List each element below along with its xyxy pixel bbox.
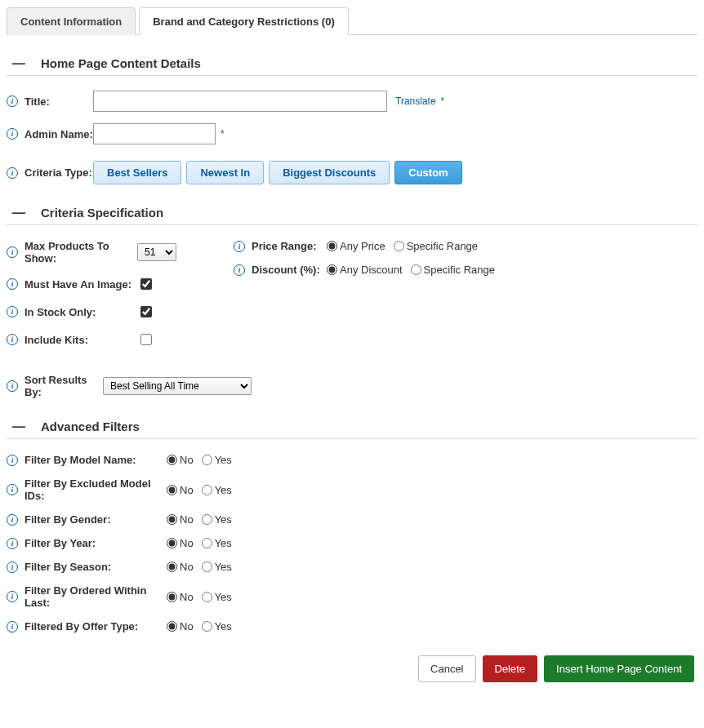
sort-by-select[interactable]: Best Selling All Time [103, 377, 252, 395]
criteria-type-group: Best Sellers Newest In Biggest Discounts… [93, 161, 462, 184]
label-sort-by: Sort Results By: [25, 374, 103, 398]
cancel-button[interactable]: Cancel [418, 655, 475, 682]
required-indicator: * [441, 95, 445, 107]
insert-button[interactable]: Insert Home Page Content [544, 655, 694, 682]
criteria-newest-in[interactable]: Newest In [186, 161, 264, 184]
info-icon[interactable] [7, 484, 18, 495]
criteria-custom[interactable]: Custom [394, 161, 461, 184]
label-admin-name: Admin Name: [25, 128, 93, 140]
info-icon[interactable] [7, 246, 18, 258]
delete-button[interactable]: Delete [483, 655, 538, 682]
info-icon[interactable] [7, 591, 18, 602]
info-icon[interactable] [7, 167, 18, 179]
required-indicator: * [221, 128, 225, 140]
filter-offer-type-group: No Yes [167, 620, 232, 633]
section-details: — Home Page Content Details Title: Trans… [7, 56, 697, 184]
criteria-biggest-discounts[interactable]: Biggest Discounts [269, 161, 390, 184]
discount-any-radio[interactable] [327, 264, 337, 275]
radio-no[interactable]: No [167, 484, 194, 496]
info-icon[interactable] [7, 621, 18, 633]
collapse-icon[interactable]: — [13, 207, 25, 219]
collapse-icon[interactable]: — [13, 58, 25, 69]
translate-link[interactable]: Translate [395, 95, 436, 107]
footer-actions: Cancel Delete Insert Home Page Content [7, 655, 697, 682]
max-products-select[interactable]: 51 [137, 243, 176, 261]
label-in-stock: In Stock Only: [25, 306, 96, 318]
tab-bar: Content Information Brand and Category R… [7, 7, 697, 35]
must-have-image-checkbox[interactable] [140, 278, 152, 290]
radio-no[interactable]: No [167, 620, 194, 633]
tab-brand-restrictions[interactable]: Brand and Category Restrictions (0) [139, 7, 349, 35]
radio-yes[interactable]: Yes [202, 561, 232, 573]
title-input[interactable] [93, 91, 387, 112]
filter-ordered-within-group: No Yes [167, 591, 232, 603]
filter-gender-group: No Yes [167, 513, 232, 526]
filter-season-group: No Yes [167, 561, 232, 573]
label-filter-excluded-ids: Filter By Excluded Model IDs: [25, 477, 167, 502]
collapse-icon[interactable]: — [13, 421, 25, 433]
info-icon[interactable] [7, 514, 18, 526]
section-title: Advanced Filters [41, 419, 140, 433]
label-include-kits: Include Kits: [25, 334, 88, 346]
section-criteria-spec: — Criteria Specification Max Products To… [7, 206, 697, 398]
price-specific-option[interactable]: Specific Range [394, 240, 478, 252]
radio-yes[interactable]: Yes [202, 513, 232, 526]
label-must-have-image: Must Have An Image: [25, 278, 131, 291]
label-filter-year: Filter By Year: [25, 537, 96, 549]
price-range-group: Any Price Specific Range [327, 240, 478, 252]
info-icon[interactable] [7, 455, 18, 466]
label-filter-offer-type: Filtered By Offer Type: [25, 620, 138, 633]
info-icon[interactable] [7, 278, 18, 290]
label-price-range: Price Range: [252, 240, 316, 252]
radio-yes[interactable]: Yes [202, 484, 232, 496]
in-stock-checkbox[interactable] [140, 306, 152, 317]
radio-yes[interactable]: Yes [202, 537, 232, 549]
filter-model-name-group: No Yes [167, 454, 232, 466]
price-any-option[interactable]: Any Price [327, 240, 385, 252]
label-filter-gender: Filter By Gender: [25, 513, 110, 526]
info-icon[interactable] [7, 334, 18, 345]
info-icon[interactable] [7, 380, 18, 392]
label-filter-season: Filter By Season: [25, 561, 111, 573]
filter-year-group: No Yes [167, 537, 232, 549]
discount-specific-radio[interactable] [411, 264, 421, 275]
section-title: Home Page Content Details [41, 56, 201, 70]
label-title: Title: [25, 95, 50, 108]
tab-content-information[interactable]: Content Information [7, 7, 136, 35]
price-any-radio[interactable] [327, 241, 337, 251]
info-icon[interactable] [7, 128, 18, 140]
discount-any-option[interactable]: Any Discount [327, 264, 403, 276]
section-title: Criteria Specification [41, 206, 163, 220]
filter-excluded-ids-group: No Yes [167, 484, 232, 496]
radio-no[interactable]: No [167, 454, 194, 466]
radio-no[interactable]: No [167, 513, 194, 526]
section-header-advanced: — Advanced Filters [7, 419, 697, 439]
radio-no[interactable]: No [167, 561, 194, 573]
radio-yes[interactable]: Yes [202, 591, 232, 603]
label-filter-ordered-within: Filter By Ordered Within Last: [25, 584, 167, 609]
section-header-criteria: — Criteria Specification [7, 206, 697, 225]
include-kits-checkbox[interactable] [140, 334, 152, 345]
section-header-details: — Home Page Content Details [7, 56, 697, 76]
label-discount: Discount (%): [252, 264, 320, 276]
info-icon[interactable] [7, 306, 18, 317]
label-criteria-type: Criteria Type: [25, 166, 92, 179]
info-icon[interactable] [234, 264, 245, 276]
info-icon[interactable] [7, 95, 18, 107]
radio-yes[interactable]: Yes [202, 454, 232, 466]
info-icon[interactable] [7, 562, 18, 573]
discount-specific-option[interactable]: Specific Range [411, 264, 495, 276]
price-specific-radio[interactable] [394, 241, 404, 251]
admin-name-input[interactable] [93, 123, 216, 144]
radio-yes[interactable]: Yes [202, 620, 232, 633]
discount-group: Any Discount Specific Range [327, 264, 495, 276]
info-icon[interactable] [234, 241, 245, 252]
label-filter-model-name: Filter By Model Name: [25, 454, 136, 466]
criteria-best-sellers[interactable]: Best Sellers [93, 161, 181, 184]
radio-no[interactable]: No [167, 537, 194, 549]
label-max-products: Max Products To Show: [25, 240, 137, 264]
radio-no[interactable]: No [167, 591, 194, 603]
section-advanced-filters: — Advanced Filters Filter By Model Name:… [7, 419, 697, 633]
info-icon[interactable] [7, 538, 18, 549]
